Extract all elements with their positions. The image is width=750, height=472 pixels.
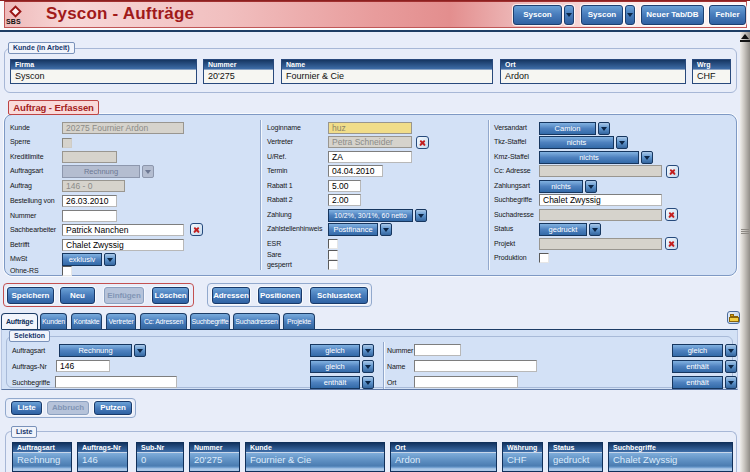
zahlungsart-dropdown-arrow-icon[interactable] [585,180,597,193]
kmz-staffel-dropdown[interactable]: nichts [539,151,639,164]
selektion-ort-field[interactable] [414,376,518,388]
selektion-name-op-dropdown[interactable]: enthält [672,360,723,373]
liste-cell-kunde[interactable]: Fournier & Cie [246,453,384,471]
liste-cell-auftrags-nr[interactable]: 146 [78,453,127,471]
vertical-scrollbar[interactable] [740,32,750,472]
tkz-staffel-dropdown-arrow-icon[interactable] [616,136,628,149]
kunde-header-nummer[interactable]: Nummer [204,60,273,70]
abbruch-button[interactable]: Abbruch [47,401,89,415]
liste-header-suchbegriffe[interactable]: Suchbegriffe [609,443,732,453]
selektion-auftrags-nr-op-arrow-icon[interactable] [362,360,374,373]
liste-header-kunde[interactable]: Kunde [246,443,384,453]
nummer-field[interactable] [62,210,117,222]
selektion-nummer-op-arrow-icon[interactable] [725,344,737,357]
zahlungsart-dropdown[interactable]: nichts [539,180,583,193]
kunde-cell-firma[interactable]: Syscon [11,70,196,83]
betrifft-field[interactable]: Chalet Zwyssig [62,239,184,251]
schlusstext-button[interactable]: Schlusstext [310,287,368,304]
status-dropdown[interactable]: gedruckt [539,223,587,236]
sachbearbeiter-clear-icon[interactable] [190,223,203,236]
kunde-cell-nummer[interactable]: 20'275 [204,70,273,83]
mwst-dropdown-arrow-icon[interactable] [104,253,116,266]
zahlstellenhinweis-dropdown-arrow-icon[interactable] [380,223,392,236]
liste-header-waehrung[interactable]: Währung [503,443,542,453]
liste-cell-ort[interactable]: Ardon [391,453,496,471]
loeschen-button[interactable]: Löschen [152,287,189,304]
selektion-auftrags-nr-op-dropdown[interactable]: gleich [310,360,360,373]
putzen-button[interactable]: Putzen [94,401,132,415]
selektion-name-op-arrow-icon[interactable] [725,360,737,373]
liste-cell-suchbegriffe[interactable]: Chalet Zwyssig [609,453,732,471]
rabatt1-field[interactable]: 5.00 [328,180,361,192]
tab-kunden[interactable]: Kunden [40,313,67,329]
zahlung-dropdown[interactable]: 10/2%, 30/1%, 60 netto [328,209,413,222]
tab-auftraege[interactable]: Aufträge [1,313,38,329]
tab-kontakte[interactable]: Kontakte [71,313,102,329]
selektion-auftragsart-arrow-icon[interactable] [134,344,146,357]
selektion-ort-op-arrow-icon[interactable] [725,376,737,389]
selektion-suchbegriffe-op-arrow-icon[interactable] [362,376,374,389]
liste-cell-waehrung[interactable]: CHF [503,453,542,471]
bestellung-von-field[interactable]: 26.03.2010 [62,195,117,207]
tkz-staffel-dropdown[interactable]: nichts [539,136,614,149]
kunde-cell-wrg[interactable]: CHF [693,70,730,83]
liste-cell-status[interactable]: gedruckt [549,453,602,471]
suchbegriffe-field[interactable]: Chalet Zwyssig [539,194,662,206]
new-tab-db-button[interactable]: Neuer Tab/DB [641,5,704,25]
zahlstellenhinweis-dropdown[interactable]: Postfinance [328,223,378,236]
status-dropdown-arrow-icon[interactable] [589,223,601,236]
liste-header-sub-nr[interactable]: Sub-Nr [137,443,183,453]
liste-cell-sub-nr[interactable]: 0 [137,453,183,471]
tab-cc-adressen[interactable]: Cc: Adressen [140,313,187,329]
kunde-header-ort[interactable]: Ort [501,60,685,70]
selektion-nummer-op-dropdown[interactable]: gleich [672,344,723,357]
rabatt2-field[interactable]: 2.00 [328,194,361,206]
liste-header-ort[interactable]: Ort [391,443,496,453]
uref-field[interactable]: ZA [328,151,412,163]
db-dropdown-2-arrow-icon[interactable] [625,5,635,25]
selektion-nummer-field[interactable] [414,344,461,356]
kunde-cell-ort[interactable]: Ardon [501,70,685,83]
produktion-checkbox[interactable] [539,253,549,263]
selektion-suchbegriffe-op-dropdown[interactable]: enthält [310,376,360,389]
tab-suchbegriffe[interactable]: Suchbegriffe [190,313,230,329]
db-dropdown-1[interactable]: Syscon [513,5,562,25]
liste-cell-auftragsart[interactable]: Rechnung [13,453,71,471]
suchadresse-clear-icon[interactable] [665,208,678,221]
sperre-checkbox[interactable] [62,138,72,148]
adressen-button[interactable]: Adressen [212,287,250,304]
esr-checkbox[interactable] [328,239,338,249]
liste-button[interactable]: Liste [11,401,42,415]
selektion-auftragsart-op-dropdown[interactable]: gleich [310,344,360,357]
db-dropdown-2[interactable]: Syscon [581,5,623,25]
projekt-clear-icon[interactable] [665,237,678,250]
tab-vertreter[interactable]: Vertreter [106,313,136,329]
scroll-up-icon[interactable] [741,34,749,39]
gesperrt-checkbox[interactable] [328,260,338,270]
mwst-dropdown[interactable]: exklusiv [62,253,102,266]
versandart-dropdown-arrow-icon[interactable] [598,122,610,135]
kunde-header-name[interactable]: Name [282,60,492,70]
db-dropdown-1-arrow-icon[interactable] [564,5,574,25]
selektion-name-field[interactable] [414,360,537,372]
selektion-ort-op-dropdown[interactable]: enthält [672,376,723,389]
neu-button[interactable]: Neu [60,287,95,304]
positionen-button[interactable]: Positionen [258,287,302,304]
liste-cell-nummer[interactable]: 20'275 [190,453,239,471]
selektion-suchbegriffe-field[interactable] [55,376,177,388]
selektion-auftragsart-op-arrow-icon[interactable] [362,344,374,357]
liste-header-auftrags-nr[interactable]: Auftrags-Nr [78,443,127,453]
selektion-auftragsart-dropdown[interactable]: Rechnung [59,344,132,357]
liste-header-auftragsart[interactable]: Auftragsart [13,443,71,453]
error-button[interactable]: Fehler [709,5,746,25]
zahlung-dropdown-arrow-icon[interactable] [415,209,427,222]
speichern-button[interactable]: Speichern [7,287,54,304]
kmz-staffel-dropdown-arrow-icon[interactable] [641,151,653,164]
sachbearbeiter-field[interactable]: Patrick Nanchen [62,224,184,236]
liste-header-nummer[interactable]: Nummer [190,443,239,453]
folder-icon[interactable] [727,311,740,324]
termin-field[interactable]: 04.04.2010 [328,165,383,177]
tab-suchadressen[interactable]: Suchadressen [233,313,280,329]
tab-projekte[interactable]: Projekte [283,313,315,329]
sare-checkbox[interactable] [328,250,338,260]
